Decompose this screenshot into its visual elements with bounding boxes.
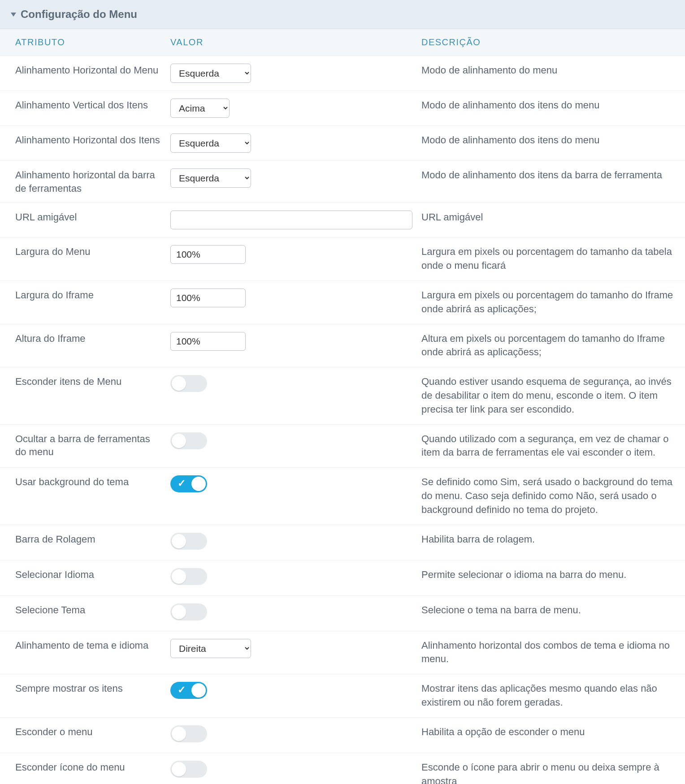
panel-title: Configuração do Menu xyxy=(21,8,137,21)
column-header-row: ATRIBUTO VALOR DESCRIÇÃO xyxy=(0,29,685,56)
desc-h-menu-align: Modo de alinhamento do menu xyxy=(421,64,685,78)
toggle-hide-menu[interactable] xyxy=(170,725,207,742)
row-friendly-url: URL amigável URL amigável xyxy=(0,203,685,237)
label-iframe-width: Largura do Iframe xyxy=(0,289,170,302)
label-scrollbar: Barra de Rolagem xyxy=(0,533,170,546)
row-hide-menu-icon: Esconder ícone do menu Esconde o ícone p… xyxy=(0,753,685,784)
label-menu-width: Largura do Menu xyxy=(0,245,170,258)
label-theme-lang-align: Alinhamento de tema e idioma xyxy=(0,639,170,652)
row-h-menu-align: Alinhamento Horizontal do Menu EsquerdaD… xyxy=(0,56,685,91)
collapse-triangle-icon xyxy=(11,13,16,17)
toggle-hide-menu-icon[interactable] xyxy=(170,761,207,778)
row-h-items-align: Alinhamento Horizontal dos Itens Esquerd… xyxy=(0,126,685,161)
col-header-description: DESCRIÇÃO xyxy=(421,37,685,47)
desc-h-toolbar-align: Modo de alinhamento dos itens da barra d… xyxy=(421,168,685,182)
row-iframe-height: Altura do Iframe Altura em pixels ou por… xyxy=(0,324,685,368)
row-select-theme: Selecione Tema Selecione o tema na barra… xyxy=(0,596,685,631)
toggle-use-theme-bg[interactable] xyxy=(170,475,207,492)
row-hide-menu: Esconder o menu Habilita a opção de esco… xyxy=(0,718,685,753)
col-header-attribute: ATRIBUTO xyxy=(0,37,170,47)
label-hide-toolbar: Ocultar a barra de ferramentas do menu xyxy=(0,432,170,459)
toggle-hide-toolbar[interactable] xyxy=(170,432,207,449)
select-theme-lang-align[interactable]: DireitaEsquerda xyxy=(170,639,251,658)
desc-h-items-align: Modo de alinhamento dos itens do menu xyxy=(421,134,685,147)
row-theme-lang-align: Alinhamento de tema e idioma DireitaEsqu… xyxy=(0,631,685,675)
label-hide-menu-items: Esconder itens de Menu xyxy=(0,375,170,388)
label-h-toolbar-align: Alinhamento horizontal da barra de ferra… xyxy=(0,168,170,195)
label-hide-menu: Esconder o menu xyxy=(0,725,170,739)
desc-hide-menu: Habilita a opção de esconder o menu xyxy=(421,725,685,739)
input-menu-width[interactable] xyxy=(170,245,246,264)
desc-scrollbar: Habilita barra de rolagem. xyxy=(421,533,685,547)
row-use-theme-bg: Usar background do tema Se definido como… xyxy=(0,468,685,525)
desc-theme-lang-align: Alinhamento horizontal dos combos de tem… xyxy=(421,639,685,667)
desc-hide-menu-icon: Esconde o ícone para abrir o menu ou dei… xyxy=(421,761,685,784)
toggle-select-lang[interactable] xyxy=(170,568,207,585)
label-select-theme: Selecione Tema xyxy=(0,603,170,617)
row-v-items-align: Alinhamento Vertical dos Itens AcimaAbai… xyxy=(0,91,685,126)
select-h-items-align[interactable]: EsquerdaDireitaCentro xyxy=(170,134,251,153)
row-menu-width: Largura do Menu Largura em pixels ou por… xyxy=(0,237,685,281)
toggle-hide-menu-items[interactable] xyxy=(170,375,207,392)
label-use-theme-bg: Usar background do tema xyxy=(0,475,170,489)
row-scrollbar: Barra de Rolagem Habilita barra de rolag… xyxy=(0,525,685,560)
toggle-select-theme[interactable] xyxy=(170,603,207,620)
panel-header[interactable]: Configuração do Menu xyxy=(0,0,685,29)
desc-iframe-height: Altura em pixels ou porcentagem do taman… xyxy=(421,332,685,360)
row-h-toolbar-align: Alinhamento horizontal da barra de ferra… xyxy=(0,161,685,203)
desc-select-theme: Selecione o tema na barra de menu. xyxy=(421,603,685,617)
desc-menu-width: Largura em pixels ou porcentagem do tama… xyxy=(421,245,685,273)
desc-v-items-align: Modo de alinhamento dos itens do menu xyxy=(421,99,685,112)
row-always-show: Sempre mostrar os itens Mostrar itens da… xyxy=(0,674,685,718)
select-h-toolbar-align[interactable]: EsquerdaDireitaCentro xyxy=(170,168,251,188)
row-iframe-width: Largura do Iframe Largura em pixels ou p… xyxy=(0,281,685,324)
input-friendly-url[interactable] xyxy=(170,211,412,229)
desc-friendly-url: URL amigável xyxy=(421,211,685,224)
select-v-items-align[interactable]: AcimaAbaixo xyxy=(170,99,230,118)
input-iframe-height[interactable] xyxy=(170,332,246,351)
label-hide-menu-icon: Esconder ícone do menu xyxy=(0,761,170,774)
desc-hide-toolbar: Quando utilizado com a segurança, em vez… xyxy=(421,432,685,460)
row-hide-toolbar: Ocultar a barra de ferramentas do menu Q… xyxy=(0,425,685,468)
label-iframe-height: Altura do Iframe xyxy=(0,332,170,345)
col-header-value: VALOR xyxy=(170,37,421,47)
label-h-items-align: Alinhamento Horizontal dos Itens xyxy=(0,134,170,147)
input-iframe-width[interactable] xyxy=(170,289,246,307)
desc-use-theme-bg: Se definido como Sim, será usado o backg… xyxy=(421,475,685,517)
toggle-scrollbar[interactable] xyxy=(170,533,207,550)
desc-always-show: Mostrar itens das aplicações mesmo quand… xyxy=(421,682,685,710)
toggle-always-show[interactable] xyxy=(170,682,207,699)
row-select-lang: Selecionar Idioma Permite selecionar o i… xyxy=(0,560,685,596)
desc-select-lang: Permite selecionar o idioma na barra do … xyxy=(421,568,685,582)
label-h-menu-align: Alinhamento Horizontal do Menu xyxy=(0,64,170,77)
desc-hide-menu-items: Quando estiver usando esquema de seguran… xyxy=(421,375,685,416)
label-v-items-align: Alinhamento Vertical dos Itens xyxy=(0,99,170,112)
desc-iframe-width: Largura em pixels ou porcentagem do tama… xyxy=(421,289,685,316)
label-select-lang: Selecionar Idioma xyxy=(0,568,170,582)
row-hide-menu-items: Esconder itens de Menu Quando estiver us… xyxy=(0,367,685,424)
select-h-menu-align[interactable]: EsquerdaDireitaCentro xyxy=(170,64,251,83)
label-friendly-url: URL amigável xyxy=(0,211,170,224)
label-always-show: Sempre mostrar os itens xyxy=(0,682,170,695)
